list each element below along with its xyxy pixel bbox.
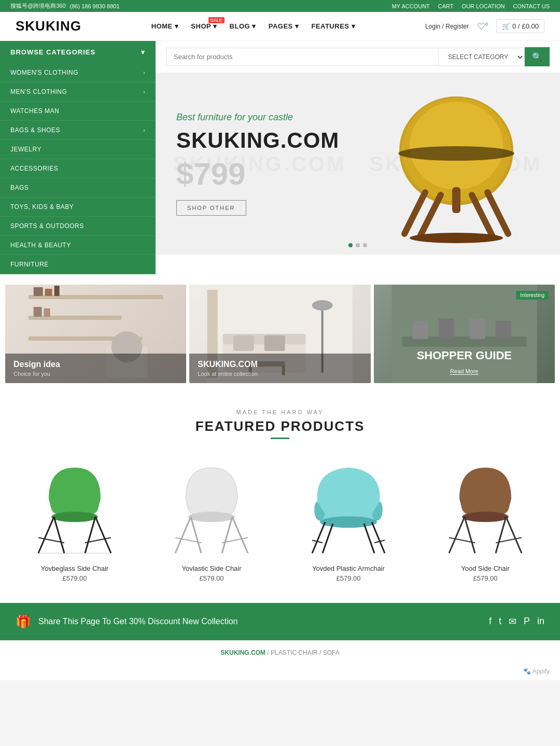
sidebar-item-mens-clothing[interactable]: MEN'S CLOTHING› <box>0 82 156 102</box>
banner3-read-more[interactable]: Read More <box>450 368 478 375</box>
product-image-3 <box>284 455 413 558</box>
gift-icon: 🎁 <box>16 614 31 629</box>
header: SKUKING HOME ▾ SHOP ▾ SALE BLOG ▾ PAGES … <box>0 12 560 41</box>
cart-button[interactable]: 🛒 0 / £0.00 <box>496 19 544 33</box>
right-content: SELECT CATEGORY Women's Clothing Men's C… <box>156 41 560 274</box>
svg-line-64 <box>496 517 506 553</box>
top-bar-right: MY ACCOUNT CART OUR LOCATION CONTACT US <box>392 3 550 9</box>
pinterest-icon[interactable]: P <box>524 616 530 627</box>
email-icon[interactable]: ✉ <box>509 616 516 627</box>
facebook-icon[interactable]: f <box>489 616 492 627</box>
sidebar-item-jewelry[interactable]: JEWELRY <box>0 140 156 159</box>
sidebar-item-toys[interactable]: TOYS, KIDS & BABY <box>0 198 156 217</box>
nav-features[interactable]: FEATURES ▾ <box>311 22 355 30</box>
svg-line-47 <box>175 517 191 553</box>
my-account-link[interactable]: MY ACCOUNT <box>392 3 430 9</box>
search-button[interactable]: 🔍 <box>525 47 550 66</box>
svg-line-50 <box>222 517 232 553</box>
banner1-overlay: Design idea Choice for you <box>5 354 186 383</box>
sidebar-item-womens-clothing[interactable]: WOMEN'S CLOTHING› <box>0 63 156 82</box>
cart-link-top[interactable]: CART <box>438 3 454 9</box>
svg-line-61 <box>449 517 465 553</box>
svg-line-48 <box>232 517 248 553</box>
nav-pages[interactable]: PAGES ▾ <box>269 22 299 30</box>
product-card-1[interactable]: Yovbeglass Side Chair £579.00 <box>10 455 139 582</box>
top-bar: 搜狐号@跨境电商360 (86) 186 9830 8801 MY ACCOUN… <box>0 0 560 12</box>
svg-line-39 <box>38 517 54 553</box>
nav-blog[interactable]: BLOG ▾ <box>230 22 256 30</box>
svg-rect-14 <box>45 289 52 296</box>
hero-text: Best furniture for your castle SKUKING.C… <box>176 112 339 216</box>
svg-point-38 <box>51 512 98 522</box>
carousel-dots <box>348 243 367 247</box>
product-name-1: Yovbeglass Side Chair <box>10 565 139 572</box>
svg-rect-13 <box>34 287 43 296</box>
sidebar-item-bags[interactable]: BAGS <box>0 178 156 198</box>
banner-collection[interactable]: SKUKING.COM Look at entire collection <box>189 285 370 383</box>
shop-other-button[interactable]: SHOP OTHER <box>176 200 246 216</box>
product-image-4 <box>421 455 550 558</box>
featured-underline <box>271 438 289 439</box>
sidebar-item-sports[interactable]: SPORTS & OUTDOORS <box>0 217 156 236</box>
hero-banner: SKUKING.COM SKUKING.COM Best furniture f… <box>156 73 560 255</box>
sidebar-item-furniture[interactable]: FURNITURE <box>0 255 156 274</box>
hero-price: $799 <box>176 156 339 192</box>
product-name-2: Yovlastic Side Chair <box>147 565 276 572</box>
appify-label: Appify <box>533 668 550 675</box>
linkedin-icon[interactable]: in <box>537 616 544 627</box>
brand-label: 搜狐号@跨境电商360 <box>10 2 66 10</box>
product-card-4[interactable]: Yood Side Chair £579.00 <box>421 455 550 582</box>
sidebar-item-bags-shoes[interactable]: BAGS & SHOES› <box>0 121 156 140</box>
main-nav: HOME ▾ SHOP ▾ SALE BLOG ▾ PAGES ▾ FEATUR… <box>151 22 355 30</box>
carousel-dot-2[interactable] <box>356 243 360 247</box>
svg-rect-8 <box>452 187 460 213</box>
our-location-link[interactable]: OUR LOCATION <box>462 3 505 9</box>
banner3-title: SHOPPER GUIDE <box>374 349 555 362</box>
breadcrumb-separator-2: / <box>319 649 323 656</box>
category-select[interactable]: SELECT CATEGORY Women's Clothing Men's C… <box>438 48 525 66</box>
product-card-3[interactable]: Yovded Plastic Armchair £579.00 <box>284 455 413 582</box>
svg-rect-16 <box>34 307 42 317</box>
svg-point-53 <box>320 516 377 528</box>
product-price-2: £579.00 <box>147 574 276 582</box>
svg-point-2 <box>410 102 503 190</box>
banner-shopper-guide[interactable]: Interesting SHOPPER GUIDE Read More <box>374 285 555 383</box>
product-price-4: £579.00 <box>421 574 550 582</box>
breadcrumb-home[interactable]: SKUKING.COM <box>220 649 265 656</box>
search-input[interactable] <box>166 48 438 66</box>
nav-home[interactable]: HOME ▾ <box>151 22 179 30</box>
banner-design-idea[interactable]: Design idea Choice for you <box>5 285 186 383</box>
sidebar-header: BROWSE CATEGORIES ▾ <box>0 41 156 63</box>
svg-line-62 <box>506 517 522 553</box>
sidebar-item-watches[interactable]: WATCHES MAN <box>0 102 156 121</box>
carousel-dot-1[interactable] <box>348 243 353 247</box>
svg-rect-36 <box>495 321 511 339</box>
sidebar-toggle-icon[interactable]: ▾ <box>141 48 145 56</box>
nav-shop[interactable]: SHOP ▾ SALE <box>191 22 217 30</box>
svg-point-26 <box>312 300 333 311</box>
sidebar-item-accessories[interactable]: ACCESSORIES <box>0 159 156 178</box>
svg-line-63 <box>465 517 475 553</box>
svg-line-41 <box>54 517 64 553</box>
twitter-icon[interactable]: t <box>499 616 501 627</box>
discount-text-wrapper: 🎁 Share This Page To Get 30% Discount Ne… <box>16 614 238 629</box>
banner2-overlay: SKUKING.COM Look at entire collection <box>189 354 370 383</box>
svg-rect-23 <box>233 335 254 351</box>
phone-label: (86) 186 9830 8801 <box>70 3 120 9</box>
svg-rect-33 <box>412 321 428 339</box>
product-card-2[interactable]: Yovlastic Side Chair £579.00 <box>147 455 276 582</box>
appify-icon: 🐾 <box>523 668 531 675</box>
wishlist-icon[interactable]: ♡0 <box>477 21 488 32</box>
product-image-2 <box>147 455 276 558</box>
sidebar-item-health[interactable]: HEALTH & BEAUTY <box>0 236 156 255</box>
carousel-dot-3[interactable] <box>363 243 367 247</box>
product-image-1 <box>10 455 139 558</box>
hero-subtitle: Best furniture for your castle <box>176 112 339 123</box>
logo[interactable]: SKUKING <box>16 18 81 34</box>
sidebar-title: BROWSE CATEGORIES <box>10 48 95 56</box>
login-register-link[interactable]: Login / Register <box>425 23 469 30</box>
discount-message: Share This Page To Get 30% Discount New … <box>38 617 238 626</box>
contact-us-link[interactable]: CONTACT US <box>513 3 550 9</box>
svg-point-46 <box>188 512 235 522</box>
sale-badge: SALE <box>208 17 225 23</box>
